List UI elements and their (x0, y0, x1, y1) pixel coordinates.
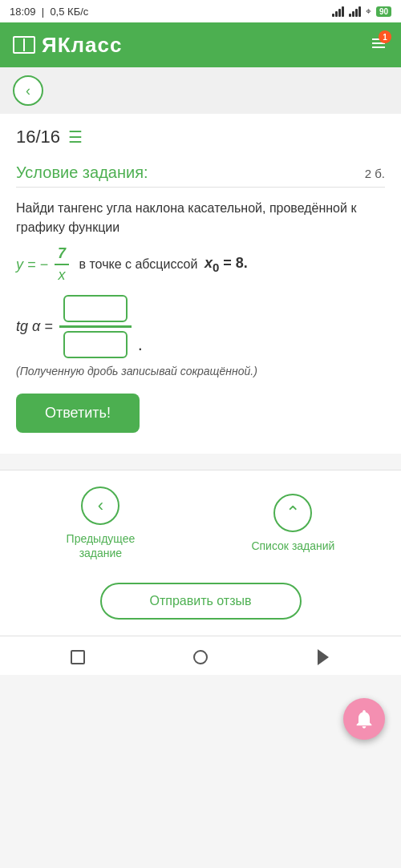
prev-task-button[interactable]: ‹ Предыдущее задание (67, 486, 136, 560)
brand-logo: ЯКласс (13, 33, 122, 58)
formula-rest: в точке с абсциссой (75, 257, 201, 272)
progress-current: 16 (16, 127, 35, 147)
bottom-nav: ‹ Предыдущее задание ⌃ Список заданий (0, 470, 401, 573)
task-list-button[interactable]: ⌃ Список заданий (251, 494, 334, 553)
list-label: Список заданий (251, 539, 334, 553)
home-circle-icon (193, 650, 208, 664)
status-time: 18:09 (10, 6, 36, 18)
answer-button[interactable]: Ответить! (16, 394, 140, 433)
condition-header: Условие задания: 2 б. (16, 164, 385, 188)
numerator-input[interactable] (63, 295, 128, 322)
brand-name: ЯКласс (42, 33, 122, 58)
formula-main: y = − 7 x в точке с абсциссой x0 = 8. (16, 245, 385, 284)
main-content: 16/16 ☰ Условие задания: 2 б. Найди танг… (0, 114, 401, 454)
prev-label: Предыдущее задание (67, 531, 136, 560)
android-home-button[interactable] (189, 646, 212, 668)
top-nav-bar: ЯКласс 1 (0, 22, 401, 67)
status-time-network: 18:09 | 0,5 КБ/с (10, 6, 88, 18)
list-up-icon: ⌃ (273, 494, 312, 532)
condition-label: Условие задания: (16, 164, 148, 182)
back-section: ‹ (0, 67, 401, 114)
prev-icon: ‹ (81, 486, 119, 525)
signal-bars2-icon (349, 6, 361, 17)
bell-fab-button[interactable] (343, 698, 385, 740)
fraction-divider (59, 325, 132, 328)
bell-icon (353, 708, 375, 730)
answer-formula: tg α = . (16, 295, 385, 358)
square-icon (71, 650, 85, 664)
fraction-denominator: x (55, 265, 69, 284)
list-icon[interactable]: ☰ (68, 127, 83, 147)
formula-x0: x0 = 8. (205, 255, 248, 274)
battery-level: 90 (379, 7, 388, 16)
progress-total: 16 (41, 127, 60, 147)
formula-dot: . (138, 334, 143, 355)
denominator-input[interactable] (63, 331, 128, 358)
feedback-section: Отправить отзыв (0, 573, 401, 636)
notification-badge[interactable]: 1 (369, 34, 388, 56)
status-icons: ⌖ 90 (332, 6, 391, 17)
back-triangle-icon (318, 649, 329, 665)
feedback-button[interactable]: Отправить отзыв (100, 583, 302, 620)
hint-text: (Полученную дробь записывай сокращённой.… (16, 365, 385, 377)
status-network: 0,5 КБ/с (50, 6, 88, 18)
android-nav-bar (0, 636, 401, 675)
task-text: Найди тангенс угла наклона касательной, … (16, 199, 385, 237)
signal-bars-icon (332, 6, 344, 17)
progress-row: 16/16 ☰ (16, 127, 385, 147)
status-bar: 18:09 | 0,5 КБ/с ⌖ 90 (0, 0, 401, 22)
battery-indicator: 90 (376, 6, 391, 17)
formula-fraction: 7 x (55, 245, 69, 284)
android-recents-button[interactable] (67, 646, 89, 668)
book-icon (13, 36, 35, 54)
badge-count: 1 (379, 30, 391, 43)
android-back-button[interactable] (312, 646, 334, 668)
nav-right: 1 (369, 34, 388, 56)
fraction-numerator: 7 (55, 245, 69, 265)
answer-fraction (59, 295, 132, 358)
formula-y: y = − (16, 256, 48, 273)
tg-label: tg α = (16, 318, 53, 335)
svg-rect-2 (372, 46, 385, 48)
back-button[interactable]: ‹ (13, 75, 43, 106)
progress-text: 16/16 (16, 127, 60, 147)
points-label: 2 б. (365, 167, 385, 180)
wifi-icon: ⌖ (366, 6, 371, 17)
